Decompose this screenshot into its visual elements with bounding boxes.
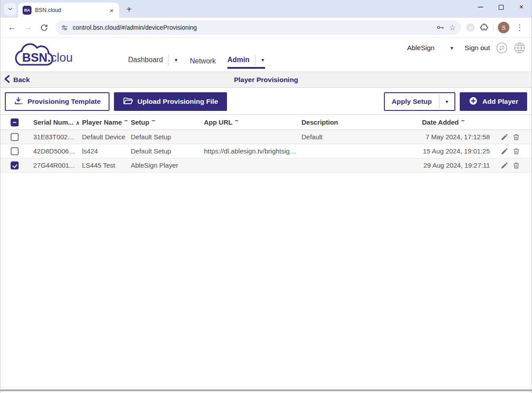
nav-item-network[interactable]: Network xyxy=(190,57,216,65)
address-bar[interactable]: control.bsn.cloud/#/admin/deviceProvisio… xyxy=(55,20,461,35)
column-header-app-url[interactable]: App URL− xyxy=(200,118,297,126)
page-title: Player Provisioning xyxy=(0,76,532,84)
tab-search-button[interactable] xyxy=(4,3,16,16)
globe-language-icon[interactable] xyxy=(514,42,525,54)
nav-separator xyxy=(168,55,168,65)
main-content: Provisioning Template Upload Provisionin… xyxy=(0,88,532,393)
close-button[interactable]: × xyxy=(511,0,532,14)
browser-window: BA BSN.cloud × + × ← → control.bs xyxy=(0,0,532,393)
table-row[interactable]: 42D8D5006225 ls424 Default Setup https:/… xyxy=(0,144,532,158)
svg-text:BSN.cloud: BSN.cloud xyxy=(22,51,72,64)
profile-avatar[interactable]: S xyxy=(498,22,509,33)
nav-item-admin[interactable]: Admin xyxy=(227,56,250,64)
upload-provisioning-file-button[interactable]: Upload Provisioning File xyxy=(114,92,227,111)
browser-tab[interactable]: BA BSN.cloud × xyxy=(18,3,119,18)
tab-close-icon[interactable]: × xyxy=(108,6,116,14)
bsn-cloud-logo[interactable]: BSN.cloud xyxy=(7,39,72,71)
bookmark-star-icon[interactable]: ☆ xyxy=(449,23,456,32)
add-player-button[interactable]: Add Player xyxy=(460,92,527,111)
back-nav-icon[interactable]: ← xyxy=(5,20,19,35)
column-header-player-name[interactable]: Player Name− xyxy=(78,118,126,126)
nav-item-dashboard[interactable]: Dashboard xyxy=(128,56,163,64)
row-actions xyxy=(493,161,532,169)
table-header-row: Serial Num...∧ Player Name− Setup− App U… xyxy=(0,115,532,130)
logo-cloud-text: cloud xyxy=(51,51,72,64)
header-checkbox-cell xyxy=(0,118,29,126)
new-tab-button[interactable]: + xyxy=(123,3,135,16)
url-text[interactable]: control.bsn.cloud/#/admin/deviceProvisio… xyxy=(73,24,431,31)
description-cell: Default xyxy=(297,133,418,141)
tab-title: BSN.cloud xyxy=(35,7,104,13)
column-header-setup[interactable]: Setup− xyxy=(126,118,200,126)
reload-icon[interactable] xyxy=(37,20,51,35)
column-header-date-added[interactable]: Date Added− xyxy=(418,118,493,126)
maximize-button[interactable] xyxy=(491,0,511,14)
dashboard-caret-icon[interactable]: ▼ xyxy=(174,58,178,63)
chevron-left-icon xyxy=(4,75,10,85)
apply-setup-label[interactable]: Apply Setup xyxy=(385,93,439,110)
column-header-description[interactable]: Description xyxy=(297,118,418,126)
player-name-cell: LS445 Test xyxy=(78,161,126,169)
provisioning-template-label: Provisioning Template xyxy=(27,98,101,106)
back-button[interactable]: Back xyxy=(4,75,30,85)
row-checkbox[interactable] xyxy=(11,161,19,169)
admin-caret-icon[interactable]: ▼ xyxy=(261,58,265,63)
transfer-sync-icon[interactable] xyxy=(496,42,508,54)
scrollbar-thumb[interactable] xyxy=(0,389,532,391)
player-name-cell: ls424 xyxy=(78,147,126,155)
password-key-icon[interactable] xyxy=(436,23,445,32)
table-row[interactable]: 27G44R001145 LS445 Test AbleSign Player … xyxy=(0,158,532,173)
actions-row: Provisioning Template Upload Provisionin… xyxy=(0,88,532,114)
column-header-serial[interactable]: Serial Num...∧ xyxy=(29,118,78,126)
column-label: Serial Num... xyxy=(33,118,74,126)
window-controls: × xyxy=(470,0,532,14)
site-settings-icon[interactable] xyxy=(61,24,68,31)
extensions-puzzle-icon[interactable] xyxy=(480,23,489,32)
table-row[interactable]: 31E83T002514 Default Device Default Setu… xyxy=(0,130,532,144)
maximize-icon xyxy=(499,5,504,10)
site-header: BSN.cloud Dashboard ▼ Network Admin ▼ Ab… xyxy=(0,38,532,71)
empty-area xyxy=(0,173,532,387)
toolbar-divider xyxy=(493,23,493,32)
players-table: Serial Num...∧ Player Name− Setup− App U… xyxy=(0,114,532,173)
browser-menu-icon[interactable]: ⋮ xyxy=(514,23,525,32)
forward-nav-icon[interactable]: → xyxy=(21,20,35,35)
serial-cell: 27G44R001145 xyxy=(29,161,78,169)
edit-pencil-icon[interactable] xyxy=(501,133,509,141)
row-actions xyxy=(493,133,532,141)
apply-setup-button[interactable]: Apply Setup ▼ xyxy=(384,92,455,111)
apply-setup-caret-icon[interactable]: ▼ xyxy=(439,93,454,110)
date-added-cell: 7 May 2024, 17:12:58 xyxy=(418,133,493,141)
plus-circle-icon xyxy=(469,96,478,107)
tab-favicon: BA xyxy=(23,6,31,15)
extension-badge-icon[interactable] xyxy=(466,23,475,32)
delete-trash-icon[interactable] xyxy=(512,147,520,155)
upload-provisioning-file-label: Upload Provisioning File xyxy=(137,98,218,106)
column-label: Description xyxy=(301,118,338,126)
delete-trash-icon[interactable] xyxy=(512,133,520,141)
page-subheader: Back Player Provisioning xyxy=(0,71,532,88)
tab-strip: BA BSN.cloud × + × xyxy=(0,0,532,18)
column-label: Player Name xyxy=(82,118,122,126)
delete-trash-icon[interactable] xyxy=(512,161,520,169)
edit-pencil-icon[interactable] xyxy=(501,161,509,169)
provisioning-template-button[interactable]: Provisioning Template xyxy=(5,92,110,111)
account-name[interactable]: AbleSign xyxy=(407,44,434,52)
row-checkbox-cell xyxy=(0,147,29,155)
add-player-label: Add Player xyxy=(482,98,518,106)
column-label: Date Added xyxy=(422,118,459,126)
serial-cell: 31E83T002514 xyxy=(29,133,78,141)
browser-toolbar: ← → control.bsn.cloud/#/admin/deviceProv… xyxy=(0,18,532,38)
account-caret-icon[interactable]: ▼ xyxy=(450,46,454,51)
horizontal-scrollbar[interactable] xyxy=(0,387,532,393)
toolbar-right: S ⋮ xyxy=(466,22,527,33)
row-checkbox[interactable] xyxy=(11,133,19,141)
row-checkbox[interactable] xyxy=(11,147,19,155)
app-url-cell: https://dl.ablesign.tv/brightsign/... xyxy=(200,147,297,155)
select-all-checkbox[interactable] xyxy=(11,118,19,126)
minimize-button[interactable] xyxy=(470,0,491,14)
date-added-cell: 29 Aug 2024, 19:27:11 xyxy=(418,161,493,169)
sign-out-link[interactable]: Sign out xyxy=(465,44,490,52)
download-icon xyxy=(14,96,23,107)
edit-pencil-icon[interactable] xyxy=(501,147,509,155)
